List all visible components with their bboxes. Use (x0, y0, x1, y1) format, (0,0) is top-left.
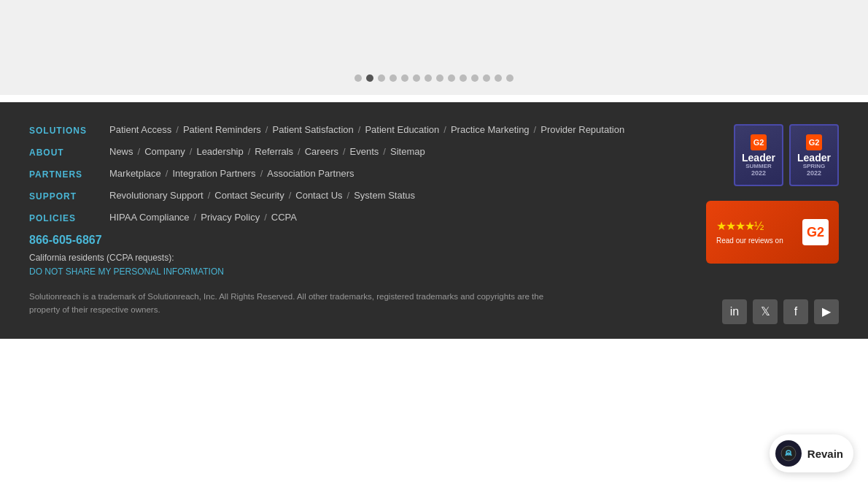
sep: / (260, 168, 263, 179)
link-patient-satisfaction[interactable]: Patient Satisfaction (272, 124, 353, 135)
footer: SOLUTIONS Patient Access / Patient Remin… (0, 102, 868, 339)
link-provider-reputation[interactable]: Provider Reputation (540, 124, 624, 135)
facebook-label: f (794, 305, 797, 318)
sep: / (443, 124, 446, 135)
support-row: SUPPORT Revolutionary Support / Contact … (29, 190, 693, 202)
sep: / (138, 146, 141, 157)
badge-leader-summer: G2 Leader SUMMER 2022 (734, 124, 783, 186)
link-company[interactable]: Company (144, 146, 185, 157)
sep: / (208, 190, 211, 201)
footer-nav: SOLUTIONS Patient Access / Patient Remin… (29, 124, 693, 290)
about-row: ABOUT News / Company / Leadership / Refe… (29, 146, 693, 158)
california-notice: California residents (CCPA requests): (29, 253, 693, 263)
link-careers[interactable]: Careers (305, 146, 338, 157)
dot-11[interactable] (471, 74, 478, 82)
g2-review-logo: G2 (802, 219, 829, 245)
link-marketplace[interactable]: Marketplace (109, 168, 161, 179)
sep: / (298, 146, 301, 157)
badge-leader-text-summer: Leader (742, 153, 775, 163)
facebook-icon[interactable]: f (783, 299, 808, 324)
link-contact-us[interactable]: Contact Us (295, 190, 342, 201)
youtube-label: ▶ (822, 304, 831, 318)
footer-copyright: Solutionreach is a trademark of Solution… (29, 290, 554, 317)
partners-label: PARTNERS (29, 168, 109, 180)
dot-1[interactable] (354, 74, 362, 82)
sep: / (264, 212, 267, 223)
carousel-section (0, 0, 868, 95)
sep: / (266, 124, 268, 135)
link-contact-security[interactable]: Contact Security (214, 190, 284, 201)
dot-5[interactable] (401, 74, 408, 82)
badge-season-summer: SUMMER (745, 163, 772, 169)
link-referrals[interactable]: Referrals (255, 146, 293, 157)
link-patient-education[interactable]: Patient Education (365, 124, 439, 135)
badge-review-left: ★★★★½ Read our reviews on (716, 219, 783, 245)
badge-year-spring: 2022 (807, 169, 821, 177)
dot-3[interactable] (378, 74, 385, 82)
footer-bottom: Solutionreach is a trademark of Solution… (29, 290, 839, 324)
sep: / (166, 168, 168, 179)
link-ccpa[interactable]: CCPA (271, 212, 297, 223)
link-privacy-policy[interactable]: Privacy Policy (201, 212, 260, 223)
sep: / (343, 146, 346, 157)
carousel-dots (354, 74, 514, 82)
link-practice-marketing[interactable]: Practice Marketing (451, 124, 530, 135)
link-patient-access[interactable]: Patient Access (109, 124, 171, 135)
dot-12[interactable] (483, 74, 490, 82)
link-leadership[interactable]: Leadership (196, 146, 243, 157)
sep: / (248, 146, 251, 157)
donotshare-link[interactable]: DO NOT SHARE MY PERSONAL INFORMATION (29, 266, 224, 277)
g2-logo-summer: G2 (751, 134, 767, 150)
support-links: Revolutionary Support / Contact Security… (109, 190, 415, 201)
link-association-partners[interactable]: Association Partners (267, 168, 354, 179)
sep: / (176, 124, 179, 135)
section-divider (0, 95, 868, 102)
link-events[interactable]: Events (350, 146, 379, 157)
linkedin-label: in (730, 305, 739, 318)
dot-13[interactable] (495, 74, 502, 82)
sep: / (383, 146, 386, 157)
twitter-label: 𝕏 (761, 304, 770, 318)
partners-links: Marketplace / Integration Partners / Ass… (109, 168, 354, 179)
sep: / (194, 212, 197, 223)
dot-6[interactable] (413, 74, 420, 82)
badge-leader-text-spring: Leader (797, 153, 831, 163)
link-news[interactable]: News (109, 146, 133, 157)
policies-row: POLICIES HIPAA Compliance / Privacy Poli… (29, 212, 693, 223)
dot-7[interactable] (425, 74, 432, 82)
solutions-row: SOLUTIONS Patient Access / Patient Remin… (29, 124, 693, 136)
linkedin-icon[interactable]: in (722, 299, 747, 324)
dot-8[interactable] (436, 74, 443, 82)
g2-logo-spring: G2 (806, 134, 822, 150)
link-revolutionary-support[interactable]: Revolutionary Support (109, 190, 204, 201)
solutions-links: Patient Access / Patient Reminders / Pat… (109, 124, 624, 135)
badge-leader-spring: G2 Leader SPRING 2022 (789, 124, 839, 186)
policies-label: POLICIES (29, 212, 109, 223)
link-integration-partners[interactable]: Integration Partners (172, 168, 255, 179)
link-patient-reminders[interactable]: Patient Reminders (183, 124, 261, 135)
dot-14[interactable] (506, 74, 514, 82)
badge-season-spring: SPRING (803, 163, 826, 169)
link-hipaa[interactable]: HIPAA Compliance (109, 212, 190, 223)
badge-review[interactable]: ★★★★½ Read our reviews on G2 (706, 201, 839, 264)
link-sitemap[interactable]: Sitemap (390, 146, 425, 157)
dot-2[interactable] (366, 74, 373, 82)
review-text: Read our reviews on (716, 236, 783, 245)
about-label: ABOUT (29, 146, 109, 158)
link-system-status[interactable]: System Status (354, 190, 415, 201)
partners-row: PARTNERS Marketplace / Integration Partn… (29, 168, 693, 180)
sep: / (190, 146, 193, 157)
dot-9[interactable] (448, 74, 455, 82)
sep: / (534, 124, 537, 135)
social-icons: in 𝕏 f ▶ (722, 299, 839, 324)
twitter-icon[interactable]: 𝕏 (753, 299, 778, 324)
sep: / (358, 124, 361, 135)
sep: / (289, 190, 292, 201)
policies-links: HIPAA Compliance / Privacy Policy / CCPA (109, 212, 297, 223)
dot-4[interactable] (390, 74, 397, 82)
dot-10[interactable] (460, 74, 467, 82)
footer-phone[interactable]: 866-605-6867 (29, 234, 693, 247)
sep: / (347, 190, 350, 201)
youtube-icon[interactable]: ▶ (814, 299, 839, 324)
review-stars: ★★★★½ (716, 219, 783, 233)
